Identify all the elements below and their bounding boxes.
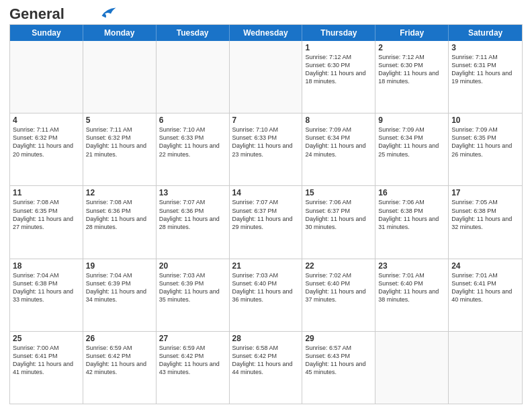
- cell-info: Sunrise: 7:07 AMSunset: 6:36 PMDaylight:…: [159, 198, 226, 231]
- cell-info: Sunrise: 7:02 AMSunset: 6:40 PMDaylight:…: [305, 271, 372, 304]
- day-number: 25: [13, 334, 80, 343]
- calendar-cell: 8Sunrise: 7:09 AMSunset: 6:34 PMDaylight…: [302, 113, 375, 185]
- calendar-header-cell: Thursday: [302, 25, 375, 41]
- day-number: 17: [451, 188, 519, 197]
- cell-info: Sunrise: 7:03 AMSunset: 6:40 PMDaylight:…: [232, 271, 300, 304]
- cell-info: Sunrise: 7:10 AMSunset: 6:33 PMDaylight:…: [232, 126, 300, 158]
- day-number: 4: [13, 116, 80, 125]
- calendar-header-cell: Saturday: [449, 25, 522, 41]
- day-number: 12: [86, 188, 153, 197]
- cell-info: Sunrise: 7:08 AMSunset: 6:35 PMDaylight:…: [13, 198, 80, 231]
- calendar-body: 1Sunrise: 7:12 AMSunset: 6:30 PMDaylight…: [10, 41, 522, 404]
- calendar-cell: 1Sunrise: 7:12 AMSunset: 6:30 PMDaylight…: [302, 41, 375, 113]
- cell-info: Sunrise: 7:09 AMSunset: 6:34 PMDaylight:…: [305, 126, 372, 158]
- calendar-header: SundayMondayTuesdayWednesdayThursdayFrid…: [10, 25, 522, 41]
- cell-info: Sunrise: 7:03 AMSunset: 6:39 PMDaylight:…: [159, 271, 226, 304]
- calendar-cell: 17Sunrise: 7:05 AMSunset: 6:38 PMDayligh…: [449, 186, 522, 258]
- day-number: 21: [232, 261, 300, 271]
- day-number: 23: [378, 261, 445, 271]
- calendar-cell: 14Sunrise: 7:07 AMSunset: 6:37 PMDayligh…: [230, 186, 303, 258]
- calendar-cell: 13Sunrise: 7:07 AMSunset: 6:36 PMDayligh…: [157, 186, 230, 258]
- calendar-row: 11Sunrise: 7:08 AMSunset: 6:35 PMDayligh…: [10, 186, 522, 259]
- day-number: 24: [451, 261, 519, 271]
- day-number: 18: [13, 261, 80, 271]
- cell-info: Sunrise: 7:09 AMSunset: 6:35 PMDaylight:…: [451, 126, 519, 158]
- cell-info: Sunrise: 6:59 AMSunset: 6:42 PMDaylight:…: [159, 344, 226, 377]
- calendar-row: 18Sunrise: 7:04 AMSunset: 6:38 PMDayligh…: [10, 259, 522, 332]
- calendar-row: 4Sunrise: 7:11 AMSunset: 6:32 PMDaylight…: [10, 113, 522, 186]
- day-number: 16: [378, 188, 445, 197]
- calendar-cell: 26Sunrise: 6:59 AMSunset: 6:42 PMDayligh…: [83, 332, 157, 404]
- day-number: 6: [159, 116, 226, 125]
- calendar-cell: 28Sunrise: 6:58 AMSunset: 6:42 PMDayligh…: [230, 332, 303, 404]
- cell-info: Sunrise: 6:59 AMSunset: 6:42 PMDaylight:…: [86, 344, 153, 377]
- calendar-cell: 27Sunrise: 6:59 AMSunset: 6:42 PMDayligh…: [157, 332, 230, 404]
- cell-info: Sunrise: 7:11 AMSunset: 6:32 PMDaylight:…: [13, 126, 80, 158]
- cell-info: Sunrise: 6:57 AMSunset: 6:43 PMDaylight:…: [305, 344, 372, 377]
- calendar-cell: 15Sunrise: 7:06 AMSunset: 6:37 PMDayligh…: [302, 186, 375, 258]
- day-number: 7: [232, 116, 300, 125]
- day-number: 9: [378, 116, 445, 125]
- calendar-header-cell: Friday: [375, 25, 449, 41]
- day-number: 19: [86, 261, 153, 271]
- day-number: 3: [451, 43, 519, 52]
- cell-info: Sunrise: 7:01 AMSunset: 6:41 PMDaylight:…: [451, 271, 519, 304]
- calendar-cell: 7Sunrise: 7:10 AMSunset: 6:33 PMDaylight…: [230, 113, 303, 185]
- cell-info: Sunrise: 7:09 AMSunset: 6:34 PMDaylight:…: [378, 126, 445, 158]
- calendar-cell: 22Sunrise: 7:02 AMSunset: 6:40 PMDayligh…: [302, 259, 375, 331]
- calendar-cell: 24Sunrise: 7:01 AMSunset: 6:41 PMDayligh…: [449, 259, 522, 331]
- calendar-cell: 25Sunrise: 7:00 AMSunset: 6:41 PMDayligh…: [10, 332, 83, 404]
- cell-info: Sunrise: 7:10 AMSunset: 6:33 PMDaylight:…: [159, 126, 226, 158]
- cell-info: Sunrise: 7:05 AMSunset: 6:38 PMDaylight:…: [451, 198, 519, 231]
- calendar-cell: [230, 41, 303, 113]
- calendar-cell: 19Sunrise: 7:04 AMSunset: 6:39 PMDayligh…: [83, 259, 157, 331]
- calendar-cell: 11Sunrise: 7:08 AMSunset: 6:35 PMDayligh…: [10, 186, 83, 258]
- cell-info: Sunrise: 7:04 AMSunset: 6:38 PMDaylight:…: [13, 271, 80, 304]
- calendar-cell: [83, 41, 157, 113]
- calendar-cell: 4Sunrise: 7:11 AMSunset: 6:32 PMDaylight…: [10, 113, 83, 185]
- calendar-header-cell: Tuesday: [157, 25, 230, 41]
- calendar-cell: [449, 332, 522, 404]
- calendar-cell: 6Sunrise: 7:10 AMSunset: 6:33 PMDaylight…: [157, 113, 230, 185]
- cell-info: Sunrise: 7:01 AMSunset: 6:40 PMDaylight:…: [378, 271, 445, 304]
- cell-info: Sunrise: 7:12 AMSunset: 6:30 PMDaylight:…: [305, 53, 372, 86]
- cell-info: Sunrise: 7:06 AMSunset: 6:37 PMDaylight:…: [305, 198, 372, 231]
- day-number: 13: [159, 188, 226, 197]
- day-number: 28: [232, 334, 300, 343]
- logo: General: [9, 7, 117, 20]
- cell-info: Sunrise: 7:11 AMSunset: 6:32 PMDaylight:…: [86, 126, 153, 158]
- calendar-row: 1Sunrise: 7:12 AMSunset: 6:30 PMDaylight…: [10, 41, 522, 113]
- day-number: 26: [86, 334, 153, 343]
- cell-info: Sunrise: 6:58 AMSunset: 6:42 PMDaylight:…: [232, 344, 300, 377]
- logo-text: General: [9, 7, 64, 21]
- calendar-cell: 10Sunrise: 7:09 AMSunset: 6:35 PMDayligh…: [449, 113, 522, 185]
- calendar-header-cell: Wednesday: [230, 25, 303, 41]
- cell-info: Sunrise: 7:06 AMSunset: 6:38 PMDaylight:…: [378, 198, 445, 231]
- day-number: 29: [305, 334, 372, 343]
- calendar-cell: 3Sunrise: 7:11 AMSunset: 6:31 PMDaylight…: [449, 41, 522, 113]
- calendar-cell: 9Sunrise: 7:09 AMSunset: 6:34 PMDaylight…: [375, 113, 449, 185]
- cell-info: Sunrise: 7:04 AMSunset: 6:39 PMDaylight:…: [86, 271, 153, 304]
- day-number: 22: [305, 261, 372, 271]
- calendar-cell: 21Sunrise: 7:03 AMSunset: 6:40 PMDayligh…: [230, 259, 303, 331]
- calendar-cell: 2Sunrise: 7:12 AMSunset: 6:30 PMDaylight…: [375, 41, 449, 113]
- calendar-cell: 29Sunrise: 6:57 AMSunset: 6:43 PMDayligh…: [302, 332, 375, 404]
- logo-bird-icon: [97, 7, 117, 19]
- day-number: 10: [451, 116, 519, 125]
- day-number: 15: [305, 188, 372, 197]
- cell-info: Sunrise: 7:07 AMSunset: 6:37 PMDaylight:…: [232, 198, 300, 231]
- day-number: 14: [232, 188, 300, 197]
- calendar-cell: 12Sunrise: 7:08 AMSunset: 6:36 PMDayligh…: [83, 186, 157, 258]
- cell-info: Sunrise: 7:11 AMSunset: 6:31 PMDaylight:…: [451, 53, 519, 86]
- calendar-row: 25Sunrise: 7:00 AMSunset: 6:41 PMDayligh…: [10, 332, 522, 404]
- day-number: 5: [86, 116, 153, 125]
- day-number: 2: [378, 43, 445, 52]
- calendar-cell: [10, 41, 83, 113]
- day-number: 27: [159, 334, 226, 343]
- day-number: 20: [159, 261, 226, 271]
- cell-info: Sunrise: 7:00 AMSunset: 6:41 PMDaylight:…: [13, 344, 80, 377]
- header: General: [9, 7, 523, 20]
- calendar-cell: 18Sunrise: 7:04 AMSunset: 6:38 PMDayligh…: [10, 259, 83, 331]
- day-number: 11: [13, 188, 80, 197]
- calendar-cell: [375, 332, 449, 404]
